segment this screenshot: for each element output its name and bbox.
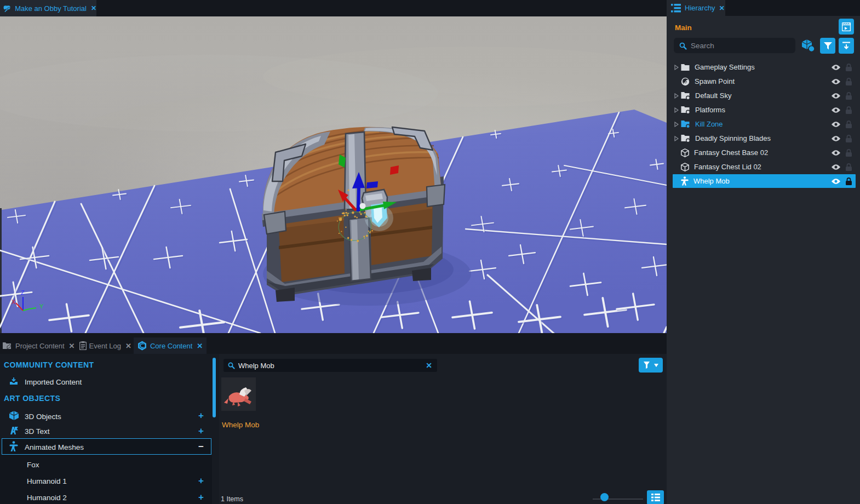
svg-text:Z: Z [21,289,25,296]
svg-text:Y: Y [39,303,44,310]
svg-text:X: X [12,299,16,305]
